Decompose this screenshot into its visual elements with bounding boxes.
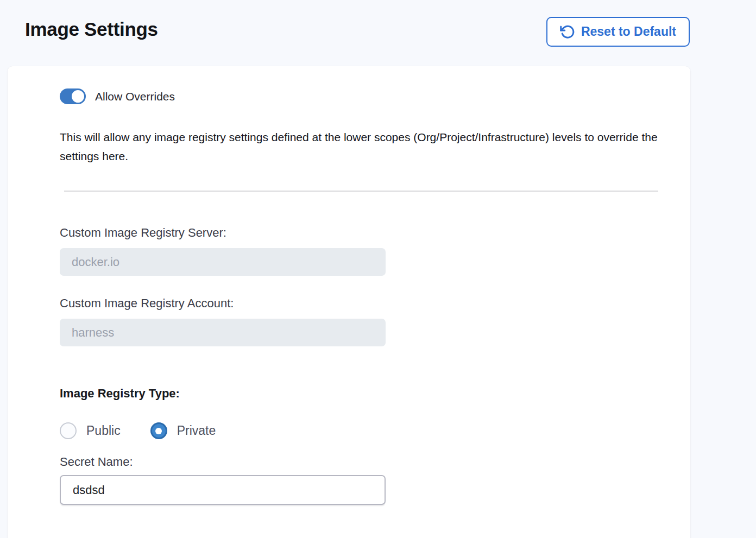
radio-private-circle[interactable] bbox=[150, 422, 167, 439]
overrides-description: This will allow any image registry setti… bbox=[60, 128, 668, 166]
image-settings-page: Image Settings Reset to Default Allow Ov… bbox=[0, 0, 756, 538]
registry-type-radio-group: Public Private bbox=[60, 422, 216, 439]
reset-button-label: Reset to Default bbox=[581, 24, 676, 39]
radio-public-circle[interactable] bbox=[60, 422, 77, 439]
reset-to-default-button[interactable]: Reset to Default bbox=[546, 17, 690, 47]
section-divider bbox=[64, 191, 658, 192]
secret-name-input[interactable] bbox=[60, 475, 386, 505]
registry-account-label: Custom Image Registry Account: bbox=[60, 296, 234, 311]
allow-overrides-label: Allow Overrides bbox=[95, 90, 175, 103]
toggle-knob bbox=[72, 90, 84, 103]
registry-account-input bbox=[60, 319, 386, 346]
reset-ccw-icon bbox=[560, 24, 575, 40]
radio-option-private[interactable]: Private bbox=[150, 422, 216, 439]
secret-name-label: Secret Name: bbox=[60, 455, 133, 469]
registry-type-label: Image Registry Type: bbox=[60, 387, 180, 401]
radio-option-public[interactable]: Public bbox=[60, 422, 121, 439]
radio-private-label: Private bbox=[177, 423, 216, 438]
radio-public-label: Public bbox=[86, 423, 121, 438]
page-title: Image Settings bbox=[25, 18, 158, 40]
registry-server-input bbox=[60, 248, 386, 276]
registry-server-label: Custom Image Registry Server: bbox=[60, 226, 226, 240]
allow-overrides-row: Allow Overrides bbox=[60, 88, 175, 104]
settings-card: Allow Overrides This will allow any imag… bbox=[8, 66, 690, 538]
allow-overrides-toggle[interactable] bbox=[60, 88, 86, 104]
